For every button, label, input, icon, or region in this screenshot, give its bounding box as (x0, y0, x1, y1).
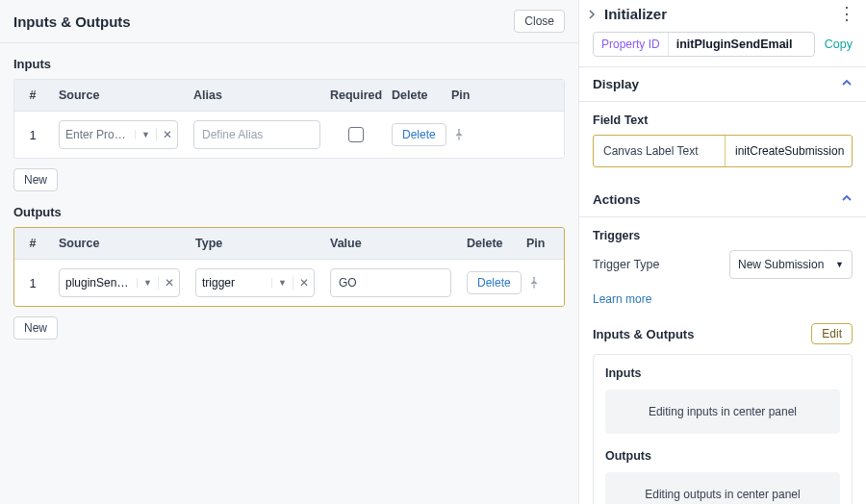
chevron-down-icon[interactable]: ▼ (137, 278, 158, 288)
actions-section-body: Triggers Trigger Type New Submission ▼ L… (579, 217, 866, 504)
property-id-pill: Property ID initPluginSendEmail (593, 32, 815, 57)
property-id-row: Property ID initPluginSendEmail Copy (579, 28, 866, 67)
field-text-left: Canvas Label Text (594, 136, 725, 166)
actions-section-header[interactable]: Actions (579, 183, 866, 217)
col-header-num: # (14, 80, 51, 111)
io-outputs-label: Outputs (605, 449, 840, 463)
row-number: 1 (14, 260, 51, 306)
field-text-right: initCreateSubmission (725, 136, 852, 166)
col-header-pin: Pin (444, 80, 564, 111)
edit-io-button[interactable]: Edit (811, 323, 853, 344)
outputs-table: # Source Type Value Delete Pin 1 pluginS… (13, 227, 565, 307)
delete-output-button[interactable]: Delete (467, 271, 522, 294)
inputs-table-row: 1 Enter Property ID ▼ ✕ Delete (14, 112, 564, 158)
inputs-table-header: # Source Alias Required Delete Pin (14, 80, 564, 112)
property-id-value: initPluginSendEmail (669, 33, 801, 56)
col-header-pin: Pin (519, 228, 564, 259)
properties-title: Initializer (604, 6, 832, 22)
col-header-num: # (14, 228, 51, 259)
col-header-delete: Delete (459, 228, 519, 259)
triggers-label: Triggers (593, 229, 853, 242)
trigger-type-row: Trigger Type New Submission ▼ (593, 250, 853, 279)
outputs-table-row: 1 pluginSen… ▼ ✕ trigger ▼ ✕ Delete (14, 260, 564, 306)
inputs-section-label: Inputs (0, 43, 578, 79)
col-header-type: Type (188, 228, 322, 259)
input-source-combobox[interactable]: Enter Property ID ▼ ✕ (59, 120, 178, 149)
new-output-button[interactable]: New (13, 316, 58, 340)
col-header-alias: Alias (186, 80, 328, 111)
chevron-right-icon[interactable] (585, 10, 599, 19)
more-menu-icon[interactable]: ⋮ (838, 9, 856, 19)
row-number: 1 (14, 112, 51, 158)
chevron-up-icon[interactable] (841, 77, 853, 91)
output-type-combobox[interactable]: trigger ▼ ✕ (195, 268, 315, 297)
chevron-down-icon[interactable]: ▼ (135, 130, 156, 139)
actions-title: Actions (593, 192, 641, 207)
output-source-value: pluginSen… (60, 276, 137, 290)
io-label: Inputs & Outputs (593, 327, 694, 341)
close-button[interactable]: Close (514, 10, 565, 33)
properties-header: Initializer ⋮ (579, 0, 866, 28)
clear-icon[interactable]: ✕ (156, 128, 177, 141)
output-source-combobox[interactable]: pluginSen… ▼ ✕ (59, 268, 180, 297)
chevron-up-icon[interactable] (841, 192, 853, 207)
chevron-down-icon: ▼ (835, 260, 844, 269)
required-checkbox[interactable] (348, 127, 364, 142)
center-panel: Inputs & Outputs Close Inputs # Source A… (0, 0, 579, 504)
field-text-label: Field Text (593, 113, 853, 127)
io-outputs-placeholder: Editing outputs in center panel (605, 472, 840, 504)
trigger-type-select[interactable]: New Submission ▼ (729, 250, 853, 279)
output-value-field[interactable] (330, 268, 451, 297)
field-text-row[interactable]: Canvas Label Text initCreateSubmission (593, 135, 853, 167)
outputs-section-label: Outputs (0, 201, 578, 227)
output-type-value: trigger (196, 276, 271, 290)
delete-input-button[interactable]: Delete (392, 123, 446, 146)
clear-icon[interactable]: ✕ (158, 276, 179, 290)
clear-icon[interactable]: ✕ (293, 276, 314, 290)
center-panel-title: Inputs & Outputs (13, 13, 131, 30)
copy-button[interactable]: Copy (825, 38, 853, 51)
col-header-required: Required (328, 80, 384, 111)
trigger-type-value: New Submission (738, 258, 824, 271)
display-section-header[interactable]: Display (579, 67, 866, 102)
trigger-type-label: Trigger Type (593, 258, 659, 271)
inputs-table: # Source Alias Required Delete Pin 1 Ent… (13, 79, 565, 159)
io-card: Inputs Editing inputs in center panel Ou… (593, 354, 853, 504)
chevron-down-icon[interactable]: ▼ (271, 278, 293, 288)
input-alias-field[interactable] (193, 120, 320, 149)
pin-icon[interactable] (526, 275, 542, 290)
col-header-source: Source (51, 228, 188, 259)
display-section-body: Field Text Canvas Label Text initCreateS… (579, 102, 866, 183)
io-subsection-header: Inputs & Outputs Edit (593, 323, 853, 344)
io-inputs-placeholder: Editing inputs in center panel (605, 390, 840, 434)
io-inputs-label: Inputs (605, 366, 840, 380)
display-title: Display (593, 77, 639, 91)
properties-panel: Initializer ⋮ Property ID initPluginSend… (579, 0, 866, 504)
col-header-value: Value (322, 228, 459, 259)
col-header-delete: Delete (384, 80, 444, 111)
property-id-label: Property ID (594, 33, 669, 56)
outputs-table-header: # Source Type Value Delete Pin (14, 228, 564, 260)
pin-icon[interactable] (451, 127, 467, 142)
learn-more-link[interactable]: Learn more (593, 292, 651, 306)
new-input-button[interactable]: New (13, 168, 58, 191)
center-panel-header: Inputs & Outputs Close (0, 0, 578, 43)
col-header-source: Source (51, 80, 186, 111)
input-source-placeholder: Enter Property ID (60, 128, 135, 141)
